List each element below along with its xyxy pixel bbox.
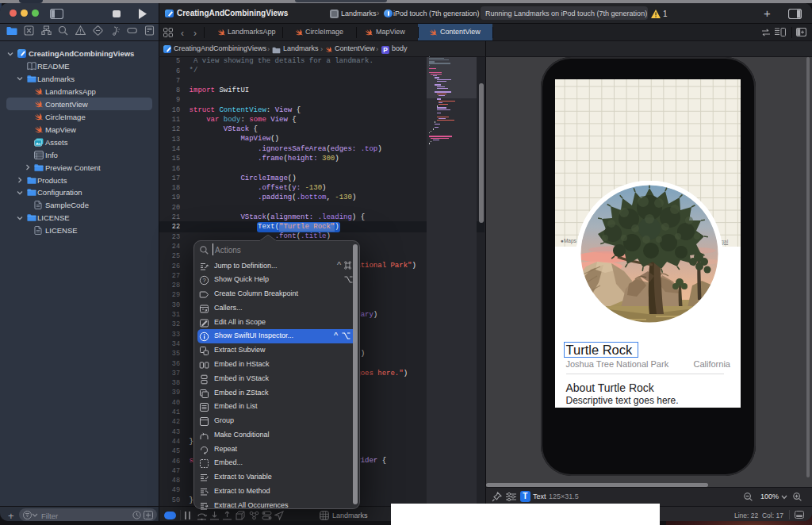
svg-text:?: ? xyxy=(202,277,205,284)
